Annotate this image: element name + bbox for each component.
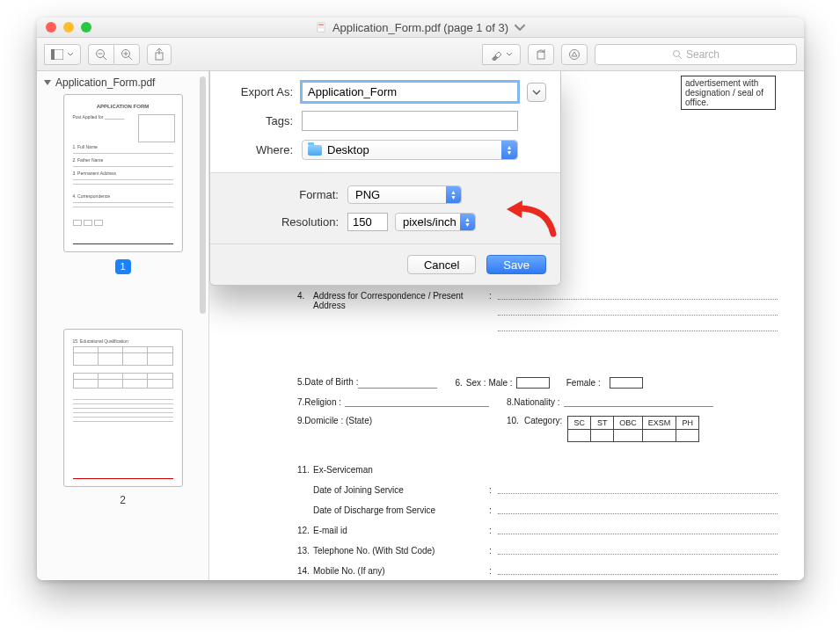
field-6b-label: Female : (566, 378, 601, 388)
popup-arrows-icon: ▲▼ (460, 214, 475, 230)
page-thumbnail-2[interactable]: 15. Educational Qualification (63, 329, 183, 487)
field-10-label: Category: (524, 416, 562, 425)
minimize-window-button[interactable] (63, 22, 74, 33)
popup-arrows-icon: ▲▼ (501, 141, 517, 159)
chevron-down-icon (67, 51, 74, 58)
field-11b-label: Date of Discharge from Service (313, 505, 489, 515)
resolution-units-popup[interactable]: pixels/inch ▲▼ (395, 213, 476, 231)
svg-rect-2 (318, 26, 324, 27)
close-window-button[interactable] (46, 22, 56, 33)
export-as-input[interactable] (302, 82, 518, 102)
svg-line-18 (679, 56, 682, 59)
svg-line-7 (103, 56, 106, 60)
format-label: Format: (224, 188, 347, 201)
search-field[interactable]: Search (595, 44, 797, 65)
chevron-down-icon (506, 51, 513, 58)
markup-icon (568, 48, 581, 61)
markup-button[interactable] (561, 44, 588, 65)
field-4-label: Address for Correspondence / Present Add… (313, 291, 489, 310)
chevron-down-icon (514, 21, 526, 33)
svg-line-10 (128, 56, 132, 60)
field-11a-label: Date of Joining Service (313, 485, 489, 495)
svg-rect-0 (318, 23, 325, 33)
preview-window: Application_Form.pdf (page 1 of 3) (37, 18, 804, 580)
document-view[interactable]: advertisement with designation / seal of… (209, 71, 804, 580)
highlighter-icon (490, 48, 502, 61)
rotate-button[interactable] (528, 44, 554, 65)
share-icon (154, 48, 164, 61)
field-13-label: Telephone No. (With Std Code) (313, 546, 489, 556)
share-button[interactable] (147, 44, 172, 65)
rotate-icon (535, 48, 547, 61)
sidebar-scrollbar[interactable] (200, 76, 206, 314)
field-11-label: Ex-Serviceman (313, 465, 489, 475)
svg-rect-1 (318, 25, 324, 25)
zoom-window-button[interactable] (81, 22, 91, 33)
category-table: SCSTOBCEXSMPH (567, 416, 699, 442)
window-title[interactable]: Application_Form.pdf (page 1 of 3) (315, 21, 526, 34)
field-9-label: Domicile : (State) (304, 416, 372, 425)
export-dialog: Export As: Tags: Where: (209, 71, 561, 286)
search-icon (672, 49, 683, 60)
stamp-text: advertisement with designation / seal of… (681, 76, 776, 110)
tags-label: Tags: (224, 114, 302, 127)
highlight-button[interactable] (482, 44, 521, 65)
export-as-label: Export As: (224, 85, 302, 98)
field-12-label: E-mail id (313, 526, 489, 535)
svg-rect-3 (318, 28, 324, 29)
where-popup[interactable]: Desktop ▲▼ (302, 140, 518, 160)
page-2-label: 2 (44, 494, 201, 506)
sidebar-file-header[interactable]: Application_Form.pdf (44, 76, 201, 89)
field-5-label: Date of Birth : (304, 377, 358, 389)
field-14-label: Mobile No. (If any) (313, 566, 489, 576)
field-6-label: Sex : Male : (466, 378, 513, 388)
pdf-file-icon (315, 21, 327, 33)
folder-icon (308, 145, 322, 156)
where-label: Where: (224, 143, 302, 156)
toolbar: Search (37, 38, 804, 71)
expand-save-panel-button[interactable] (527, 83, 546, 102)
search-placeholder: Search (686, 48, 719, 61)
svg-rect-5 (51, 49, 55, 60)
page-thumbnail-1[interactable]: APPLICATION FORM Post Applied for ______… (63, 94, 183, 252)
zoom-in-button[interactable] (113, 44, 140, 65)
where-value: Desktop (327, 143, 369, 156)
zoom-out-icon (95, 48, 107, 61)
window-controls (46, 22, 91, 33)
resolution-input[interactable] (347, 213, 388, 231)
zoom-in-icon (121, 48, 133, 61)
page-1-badge: 1 (115, 259, 131, 274)
cancel-button[interactable]: Cancel (407, 255, 476, 274)
svg-rect-15 (537, 52, 544, 59)
chevron-down-icon (532, 88, 541, 97)
popup-arrows-icon: ▲▼ (446, 186, 461, 203)
sidebar-mode-button[interactable] (44, 44, 81, 65)
title-bar: Application_Form.pdf (page 1 of 3) (37, 18, 804, 38)
sidebar-file-label: Application_Form.pdf (55, 76, 155, 89)
field-8-label: Nationality : (514, 397, 559, 407)
tags-input[interactable] (302, 111, 518, 131)
svg-point-17 (673, 50, 679, 56)
thumbnail-sidebar: Application_Form.pdf APPLICATION FORM Po… (37, 71, 209, 580)
resolution-units-value: pixels/inch (403, 215, 457, 229)
window-title-text: Application_Form.pdf (page 1 of 3) (332, 21, 508, 34)
format-value: PNG (355, 188, 380, 201)
zoom-out-button[interactable] (88, 44, 113, 65)
format-popup[interactable]: PNG ▲▼ (347, 185, 462, 204)
resolution-label: Resolution: (224, 215, 347, 229)
save-button[interactable]: Save (486, 255, 546, 274)
field-7-label: Religion : (304, 397, 341, 407)
sidebar-icon (51, 49, 63, 60)
